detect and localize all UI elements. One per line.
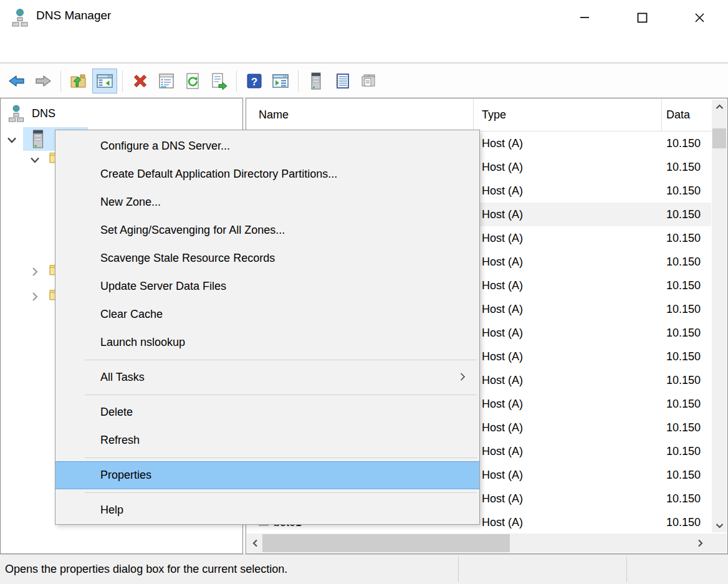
expander-chevron-down-icon[interactable] xyxy=(7,135,17,146)
scroll-right-button[interactable] xyxy=(693,534,707,553)
delete-icon xyxy=(131,72,150,90)
export-list-button[interactable] xyxy=(206,69,231,93)
column-divider[interactable] xyxy=(473,98,474,131)
row-data: 10.150 xyxy=(666,416,708,439)
copy-button[interactable] xyxy=(356,69,381,93)
scroll-down-button[interactable] xyxy=(712,519,727,532)
tree-node-dns-root[interactable]: DNS xyxy=(8,105,55,122)
title-bar: DNS Manager xyxy=(0,0,728,35)
close-button[interactable] xyxy=(671,0,728,35)
context-menu-item[interactable]: All Tasks xyxy=(55,363,479,391)
show-hide-console-tree-icon xyxy=(95,72,114,90)
context-menu-item-label: Help xyxy=(100,504,123,516)
context-menu: Configure a DNS Server... Create Default… xyxy=(55,130,480,525)
row-data: 10.150 xyxy=(666,226,708,250)
maximize-button[interactable] xyxy=(613,0,671,35)
up-one-level-button[interactable] xyxy=(66,69,91,93)
properties-button[interactable] xyxy=(154,69,179,93)
context-menu-item[interactable]: Refresh xyxy=(55,426,479,454)
row-type: Host (A) xyxy=(482,132,523,155)
forward-button[interactable] xyxy=(31,69,55,93)
row-data: 10.150 xyxy=(666,392,708,416)
row-type: Host (A) xyxy=(482,345,523,368)
row-type: Host (A) xyxy=(482,274,523,297)
minimize-button[interactable] xyxy=(556,0,613,35)
row-data: 10.150 xyxy=(666,321,708,345)
column-header-data[interactable]: Data xyxy=(666,98,690,131)
expander-chevron-right-icon[interactable] xyxy=(32,292,38,304)
context-menu-item[interactable]: Configure a DNS Server... xyxy=(55,132,479,160)
list-header: Name Type Data xyxy=(246,98,711,132)
row-data: 10.150 xyxy=(666,179,708,203)
status-text: Opens the properties dialog box for the … xyxy=(5,563,287,576)
column-header-name[interactable]: Name xyxy=(259,98,289,131)
server-button[interactable] xyxy=(304,69,328,93)
row-type: Host (A) xyxy=(482,203,523,226)
copy-icon xyxy=(359,72,378,90)
context-menu-item[interactable]: Scavenge Stale Resource Records xyxy=(55,244,479,272)
help-button[interactable]: ? xyxy=(242,69,267,93)
row-data: 10.150 xyxy=(666,463,708,487)
row-type: Host (A) xyxy=(482,439,523,463)
expander-chevron-right-icon[interactable] xyxy=(32,267,38,279)
back-icon xyxy=(7,72,26,90)
menu-separator xyxy=(85,360,477,360)
context-menu-item[interactable]: Help xyxy=(55,496,479,524)
row-type: Host (A) xyxy=(482,463,523,487)
context-menu-item-label: Set Aging/Scavenging for All Zones... xyxy=(100,224,285,236)
zone-list-icon xyxy=(333,72,352,90)
row-data: 10.150 xyxy=(666,297,708,321)
context-menu-item-label: Create Default Application Directory Par… xyxy=(100,168,337,180)
chevron-right-icon xyxy=(697,539,703,547)
row-data: 10.150 xyxy=(666,274,708,297)
tree-root-label: DNS xyxy=(32,107,55,120)
context-menu-item-label: Refresh xyxy=(100,434,140,446)
horizontal-scrollbar[interactable] xyxy=(247,534,727,553)
window-controls xyxy=(556,0,728,35)
row-data: 10.150 xyxy=(666,155,708,179)
row-type: Host (A) xyxy=(482,487,523,510)
row-data: 10.150 xyxy=(666,345,708,368)
delete-button[interactable] xyxy=(128,69,153,93)
context-menu-item-label: All Tasks xyxy=(100,371,145,383)
refresh-icon xyxy=(183,72,202,90)
expander-chevron-down-icon[interactable] xyxy=(30,155,40,166)
forward-icon xyxy=(34,72,52,90)
vertical-scrollbar[interactable] xyxy=(712,100,727,532)
context-menu-item[interactable]: New Zone... xyxy=(55,188,479,216)
context-menu-item[interactable]: Clear Cache xyxy=(55,300,479,328)
context-menu-item[interactable]: Delete xyxy=(55,398,479,426)
scroll-left-button[interactable] xyxy=(248,534,262,553)
row-data: 10.150 xyxy=(666,132,708,155)
show-hide-console-tree-button[interactable] xyxy=(92,69,117,93)
context-menu-item[interactable]: Update Server Data Files xyxy=(55,272,479,300)
row-type: Host (A) xyxy=(482,510,523,534)
context-menu-item[interactable]: Set Aging/Scavenging for All Zones... xyxy=(55,216,479,244)
context-menu-item-label: Properties xyxy=(100,469,151,481)
server-icon xyxy=(308,72,324,90)
row-data: 10.150 xyxy=(666,487,708,510)
context-menu-item[interactable]: Launch nslookup xyxy=(55,328,479,357)
chevron-left-icon xyxy=(252,539,258,547)
toolbar: ? xyxy=(0,65,728,98)
window-title: DNS Manager xyxy=(36,9,111,22)
vertical-scroll-thumb[interactable] xyxy=(712,128,726,148)
new-window-button[interactable] xyxy=(268,69,293,93)
context-menu-item[interactable]: Create Default Application Directory Par… xyxy=(55,160,479,188)
context-menu-item-label: Scavenge Stale Resource Records xyxy=(100,252,275,264)
column-divider[interactable] xyxy=(661,98,662,131)
context-menu-item-label: New Zone... xyxy=(100,196,161,208)
refresh-button[interactable] xyxy=(180,69,205,93)
context-menu-item[interactable]: Properties xyxy=(55,461,479,489)
back-button[interactable] xyxy=(4,69,29,93)
row-type: Host (A) xyxy=(482,368,523,392)
up-one-level-icon xyxy=(69,72,88,90)
status-bar: Opens the properties dialog box for the … xyxy=(0,554,728,584)
scroll-up-button[interactable] xyxy=(712,100,727,113)
minimize-icon xyxy=(580,12,590,22)
new-window-icon xyxy=(271,72,290,90)
tree-node-server[interactable] xyxy=(29,128,47,152)
column-header-type[interactable]: Type xyxy=(482,98,506,131)
horizontal-scroll-thumb[interactable] xyxy=(262,534,510,552)
zone-list-button[interactable] xyxy=(330,69,355,93)
